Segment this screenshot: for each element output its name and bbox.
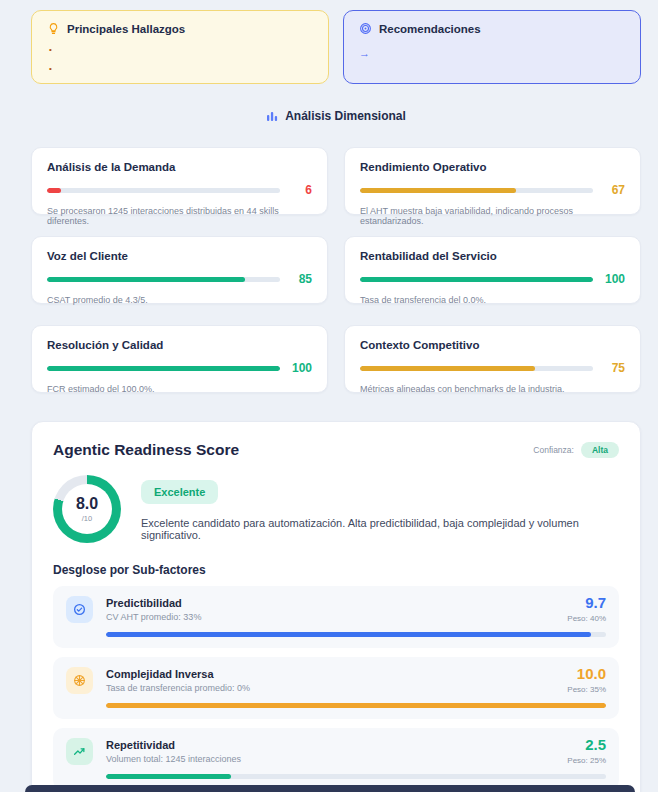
dimension-title: Rendimiento Operativo — [360, 161, 625, 173]
progress-fill — [360, 366, 535, 371]
dimension-card-demanda: Análisis de la Demanda 6 Se procesaron 1… — [31, 147, 328, 215]
progress-track — [106, 632, 606, 637]
subfactor-main: Predictibilidad CV AHT promedio: 33% 9.7… — [66, 595, 606, 623]
subfactor-score: 10.0 — [567, 666, 606, 681]
progress-track — [47, 366, 280, 371]
dimension-description: Se procesaron 1245 interacciones distrib… — [47, 206, 312, 226]
dimension-score: 85 — [290, 272, 312, 286]
finding-bullet: • — [49, 65, 313, 73]
progress-track — [360, 366, 593, 371]
dimension-score: 100 — [290, 361, 312, 375]
progress-track — [106, 703, 606, 708]
progress-fill — [47, 366, 280, 371]
subfactor-weight: Peso: 35% — [567, 685, 606, 694]
dimension-card-rendimiento: Rendimiento Operativo 67 El AHT muestra … — [344, 147, 641, 215]
subfactor-main: Repetitividad Volumen total: 1245 intera… — [66, 737, 606, 765]
dimension-bar-row: 6 — [47, 183, 312, 197]
agentic-title: Agentic Readiness Score — [53, 441, 239, 459]
section-header: Análisis Dimensional — [31, 109, 641, 123]
gauge-score: 8.0 — [76, 496, 98, 512]
dimension-score: 67 — [603, 183, 625, 197]
trend-up-icon — [73, 745, 86, 758]
subfactor-complejidad: Complejidad Inversa Tasa de transferenci… — [53, 657, 619, 719]
recommendations-header: Recomendaciones — [359, 22, 625, 35]
subfactor-main: Complejidad Inversa Tasa de transferenci… — [66, 666, 606, 694]
subfactor-icon-box — [66, 596, 93, 623]
progress-fill — [47, 277, 245, 282]
recommendation-arrow: → — [359, 47, 625, 59]
summary-row: Principales Hallazgos • • Recomendacione… — [31, 10, 641, 84]
dimension-card-rentabilidad: Rentabilidad del Servicio 100 Tasa de tr… — [344, 236, 641, 304]
progress-track — [360, 188, 593, 193]
gauge-row: 8.0 /10 Excelente Excelente candidato pa… — [53, 475, 619, 543]
confidence-label: Confianza: — [533, 445, 574, 455]
confidence-wrap: Confianza: Alta — [533, 442, 619, 458]
dimension-card-voz-cliente: Voz del Cliente 85 CSAT promedio de 4.3/… — [31, 236, 328, 304]
subfactor-icon-box — [66, 667, 93, 694]
dimension-description: Tasa de transferencia del 0.0%. — [360, 295, 625, 305]
subfactor-icon-box — [66, 738, 93, 765]
finding-bullet: • — [49, 46, 313, 54]
subfactor-repetitividad: Repetitividad Volumen total: 1245 intera… — [53, 728, 619, 790]
dimension-bar-row: 67 — [360, 183, 625, 197]
subfactor-score-wrap: 2.5 Peso: 25% — [567, 737, 606, 765]
progress-fill — [106, 774, 231, 779]
progress-fill — [360, 188, 516, 193]
subfactor-text: Repetitividad Volumen total: 1245 intera… — [106, 739, 554, 764]
dimension-score: 6 — [290, 183, 312, 197]
subfactor-score-wrap: 9.7 Peso: 40% — [567, 595, 606, 623]
agentic-header: Agentic Readiness Score Confianza: Alta — [53, 441, 619, 459]
dimension-grid: Análisis de la Demanda 6 Se procesaron 1… — [31, 147, 641, 393]
progress-fill — [106, 632, 591, 637]
subfactor-predictibilidad: Predictibilidad CV AHT promedio: 33% 9.7… — [53, 586, 619, 648]
subfactor-text: Complejidad Inversa Tasa de transferenci… — [106, 668, 554, 693]
agentic-readiness-card: Agentic Readiness Score Confianza: Alta … — [31, 421, 641, 792]
findings-title: Principales Hallazgos — [67, 23, 185, 35]
next-section-top-edge — [25, 785, 635, 792]
dimension-card-contexto: Contexto Competitivo 75 Métricas alinead… — [344, 325, 641, 393]
dimension-bar-row: 100 — [360, 272, 625, 286]
progress-fill — [106, 703, 606, 708]
confidence-badge: Alta — [581, 442, 619, 458]
dimension-title: Voz del Cliente — [47, 250, 312, 262]
findings-card: Principales Hallazgos • • — [31, 10, 329, 84]
bar-chart-icon — [266, 110, 278, 122]
progress-track — [360, 277, 593, 282]
subfactor-score: 9.7 — [567, 595, 606, 610]
subfactor-name: Complejidad Inversa — [106, 668, 554, 680]
subfactor-text: Predictibilidad CV AHT promedio: 33% — [106, 597, 554, 622]
readiness-gauge: 8.0 /10 — [53, 475, 121, 543]
check-circle-icon — [73, 603, 86, 616]
dimension-description: Métricas alineadas con benchmarks de la … — [360, 384, 625, 394]
dimension-bar-row: 100 — [47, 361, 312, 375]
subfactor-name: Predictibilidad — [106, 597, 554, 609]
dimension-title: Contexto Competitivo — [360, 339, 625, 351]
report-page: Principales Hallazgos • • Recomendacione… — [0, 0, 658, 792]
subfactor-weight: Peso: 25% — [567, 756, 606, 765]
subfactor-weight: Peso: 40% — [567, 614, 606, 623]
dimension-description: El AHT muestra baja variabilidad, indica… — [360, 206, 625, 226]
level-badge: Excelente — [141, 480, 218, 504]
subfactor-detail: CV AHT promedio: 33% — [106, 612, 554, 622]
dimension-bar-row: 75 — [360, 361, 625, 375]
dimension-title: Resolución y Calidad — [47, 339, 312, 351]
progress-fill — [47, 188, 61, 193]
dimension-description: FCR estimado del 100.0%. — [47, 384, 312, 394]
dimension-bar-row: 85 — [47, 272, 312, 286]
agentic-description: Excelente candidato para automatización.… — [141, 517, 619, 541]
target-icon — [359, 22, 372, 35]
progress-track — [106, 774, 606, 779]
progress-fill — [360, 277, 593, 282]
dimension-score: 75 — [603, 361, 625, 375]
gauge-max: /10 — [82, 514, 92, 523]
subfactor-detail: Tasa de transferencia promedio: 0% — [106, 683, 554, 693]
findings-header: Principales Hallazgos — [47, 22, 313, 35]
progress-track — [47, 188, 280, 193]
wheel-icon — [73, 674, 86, 687]
recommendations-title: Recomendaciones — [379, 23, 481, 35]
dimension-title: Análisis de la Demanda — [47, 161, 312, 173]
lightbulb-icon — [47, 22, 60, 35]
gauge-center: 8.0 /10 — [62, 484, 112, 534]
recommendations-card: Recomendaciones → — [343, 10, 641, 84]
subfactor-name: Repetitividad — [106, 739, 554, 751]
